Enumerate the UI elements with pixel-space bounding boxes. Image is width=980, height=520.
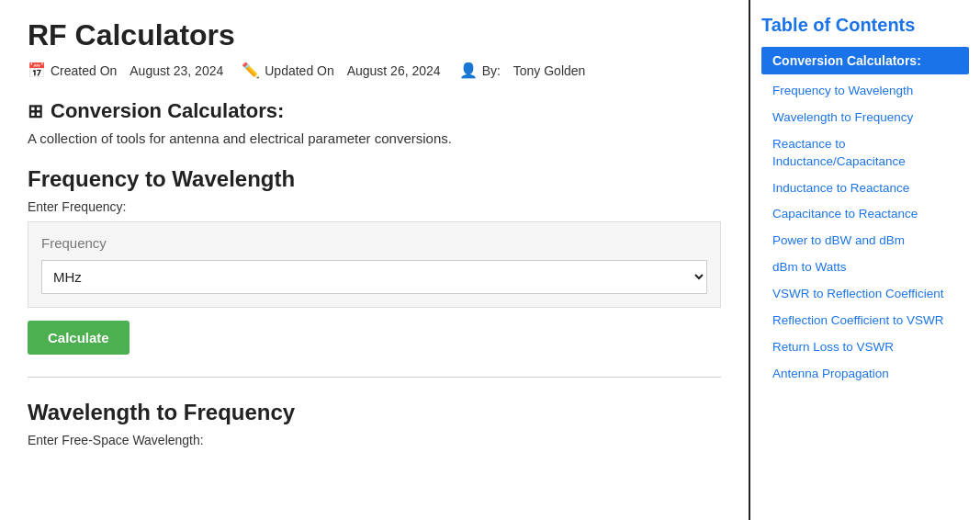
author: 👤 By: Tony Golden [459,62,586,79]
toc-link[interactable]: Capacitance to Reactance [761,201,969,228]
toc-link[interactable]: Return Loss to VSWR [761,334,969,361]
toc-link[interactable]: Antenna Propagation [761,361,969,388]
grid-icon: ⊞ [28,100,43,122]
edit-icon: ✏️ [242,62,260,79]
calc1-input-label: Enter Frequency: [28,199,721,214]
section-divider [28,377,721,378]
toc-link[interactable]: Frequency to Wavelength [761,78,969,105]
toc-links-container: Frequency to WavelengthWavelength to Fre… [761,78,969,388]
toc-active-item[interactable]: Conversion Calculators: [761,47,969,74]
meta-info: 📅 Created On August 23, 2024 ✏️ Updated … [28,62,721,79]
toc-link[interactable]: Power to dBW and dBm [761,228,969,254]
calc2-title: Wavelength to Frequency [28,400,721,425]
calculate-button[interactable]: Calculate [28,321,130,355]
toc-link[interactable]: dBm to Watts [761,254,969,281]
section-heading: ⊞ Conversion Calculators: [28,99,721,123]
created-date: August 23, 2024 [130,63,223,78]
section-title: Conversion Calculators: [51,99,284,123]
toc-title: Table of Contents [761,15,969,36]
section-description: A collection of tools for antenna and el… [28,130,721,146]
updated-date: August 26, 2024 [347,63,441,78]
toc-link[interactable]: Reflection Coefficient to VSWR [761,308,969,334]
author-label: By: [482,63,501,78]
page-title: RF Calculators [28,18,721,52]
table-of-contents: Table of Contents Conversion Calculators… [750,0,980,520]
frequency-input[interactable] [41,235,707,251]
person-icon: 👤 [459,62,478,79]
calc2-input-label: Enter Free-Space Wavelength: [28,433,721,447]
updated-label: Updated On [265,63,334,78]
author-name: Tony Golden [513,63,586,78]
frequency-unit-select[interactable]: MHz GHz kHz Hz [41,260,707,294]
toc-link[interactable]: Wavelength to Frequency [761,105,969,131]
updated-on: ✏️ Updated On August 26, 2024 [242,62,440,79]
created-label: Created On [51,63,117,78]
calc1-title: Frequency to Wavelength [28,166,721,192]
toc-link[interactable]: Reactance to Inductance/Capacitance [761,131,969,175]
calendar-icon: 📅 [28,62,46,79]
toc-link[interactable]: VSWR to Reflection Coefficient [761,281,969,308]
main-content: RF Calculators 📅 Created On August 23, 2… [0,0,750,520]
toc-link[interactable]: Inductance to Reactance [761,175,969,202]
calc1-box: MHz GHz kHz Hz [28,221,721,308]
created-on: 📅 Created On August 23, 2024 [28,62,223,79]
